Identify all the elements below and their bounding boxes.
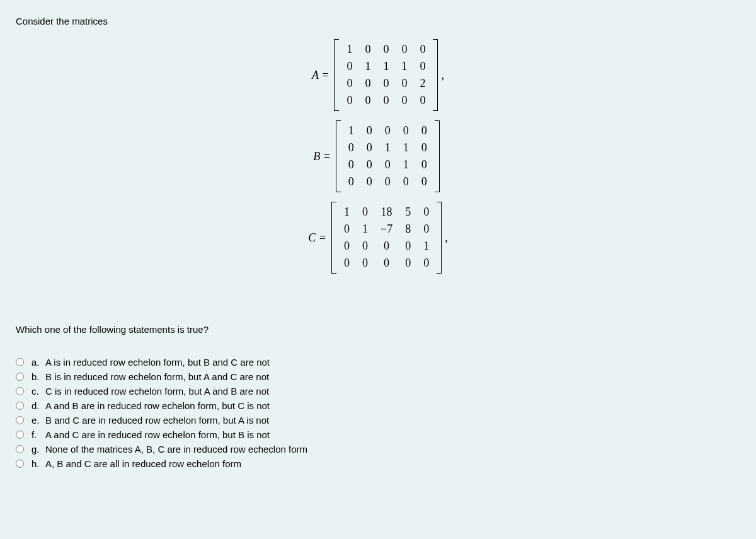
option-f-letter: f. (32, 429, 45, 440)
option-b-text: B is in reduced row echelon form, but A … (45, 371, 269, 382)
matrices-container: A = 10000011100000200000 , B = 100000011… (16, 39, 740, 274)
option-a-radio[interactable] (16, 358, 24, 366)
matrix-B-row: B = 10000001100001000000 (313, 120, 443, 192)
option-c-radio[interactable] (16, 387, 24, 395)
option-a-text: A is in reduced row echelon form, but B … (45, 357, 270, 368)
matrix-cell: 0 (415, 139, 433, 156)
matrix-C-table: 10185001−7800000100000 (338, 204, 435, 272)
matrix-cell: 1 (358, 58, 377, 75)
option-d: d. A and B are in reduced row echelon fo… (16, 400, 740, 411)
matrix-cell: 0 (358, 75, 377, 92)
option-e-letter: e. (32, 415, 45, 426)
matrix-cell: 0 (395, 92, 413, 109)
matrix-cell: 0 (358, 41, 377, 58)
matrix-cell: 0 (338, 238, 356, 255)
matrix-cell: 1 (377, 58, 395, 75)
matrix-cell: 0 (377, 75, 395, 92)
matrix-A-label: A = (312, 69, 329, 82)
matrix-cell: 0 (340, 58, 358, 75)
option-g-text: None of the matrices A, B, C are in redu… (45, 444, 307, 455)
matrix-cell: 0 (415, 156, 433, 173)
matrix-cell: 0 (338, 221, 356, 238)
option-c-text: C is in reduced row echelon form, but A … (45, 386, 269, 397)
matrix-cell: 1 (342, 122, 360, 139)
matrix-cell: 0 (342, 173, 360, 190)
matrix-C-trailing: , (445, 231, 448, 245)
matrix-cell: 0 (340, 75, 358, 92)
matrix-B-table: 10000001100001000000 (342, 122, 433, 190)
option-d-radio[interactable] (16, 402, 24, 410)
option-a: a. A is in reduced row echelon form, but… (16, 357, 740, 368)
option-h-letter: h. (32, 458, 45, 469)
option-h-radio[interactable] (16, 460, 24, 468)
matrix-cell: 0 (360, 173, 379, 190)
matrix-C-label: C = (308, 231, 326, 245)
matrix-cell: 0 (379, 173, 397, 190)
matrix-cell: 0 (399, 238, 417, 255)
matrix-cell: 0 (415, 122, 433, 139)
option-h: h. A, B and C are all in reduced row ech… (16, 458, 740, 469)
matrix-cell: 0 (415, 173, 433, 190)
matrix-cell: 0 (413, 41, 432, 58)
matrix-cell: 0 (417, 204, 435, 221)
matrix-cell: 0 (356, 204, 374, 221)
matrix-cell: 0 (413, 58, 432, 75)
option-e-text: B and C are in reduced row echelon form,… (45, 415, 269, 426)
matrix-A-row: A = 10000011100000200000 , (312, 39, 444, 111)
intro-text: Consider the matrices (16, 16, 740, 26)
matrix-cell: 0 (379, 122, 397, 139)
option-b-radio[interactable] (16, 373, 24, 381)
option-g: g. None of the matrices A, B, C are in r… (16, 444, 740, 455)
matrix-cell: 0 (413, 92, 432, 109)
matrix-cell: 0 (360, 156, 379, 173)
option-f: f. A and C are in reduced row echelon fo… (16, 429, 740, 440)
matrix-cell: 0 (399, 255, 417, 272)
matrix-cell: −7 (374, 221, 399, 238)
options-list: a. A is in reduced row echelon form, but… (16, 357, 740, 469)
matrix-cell: 0 (340, 92, 358, 109)
matrix-B: 10000001100001000000 (336, 120, 440, 192)
matrix-cell: 8 (399, 221, 417, 238)
matrix-A-trailing: , (441, 69, 444, 82)
option-g-radio[interactable] (16, 445, 24, 453)
option-d-text: A and B are in reduced row echelon form,… (45, 400, 270, 411)
matrix-cell: 1 (417, 238, 435, 255)
matrix-cell: 0 (374, 238, 399, 255)
matrix-cell: 0 (377, 92, 395, 109)
matrix-cell: 2 (413, 75, 432, 92)
matrix-cell: 1 (379, 139, 397, 156)
matrix-cell: 1 (397, 156, 415, 173)
option-f-radio[interactable] (16, 431, 24, 439)
matrix-cell: 18 (374, 204, 399, 221)
matrix-A-table: 10000011100000200000 (340, 41, 432, 109)
matrix-cell: 0 (342, 139, 360, 156)
matrix-cell: 0 (377, 41, 395, 58)
matrix-cell: 0 (360, 139, 379, 156)
matrix-C-row: C = 10185001−7800000100000 , (308, 202, 447, 274)
option-b: b. B is in reduced row echelon form, but… (16, 371, 740, 382)
option-h-text: A, B and C are all in reduced row echelo… (45, 458, 241, 469)
option-e: e. B and C are in reduced row echelon fo… (16, 415, 740, 426)
matrix-cell: 0 (356, 238, 374, 255)
matrix-C: 10185001−7800000100000 (331, 202, 442, 274)
matrix-cell: 0 (342, 156, 360, 173)
option-d-letter: d. (32, 400, 45, 411)
matrix-cell: 0 (358, 92, 377, 109)
matrix-cell: 1 (397, 139, 415, 156)
matrix-cell: 1 (356, 221, 374, 238)
matrix-cell: 1 (340, 41, 358, 58)
option-c: c. C is in reduced row echelon form, but… (16, 386, 740, 397)
matrix-cell: 0 (356, 255, 374, 272)
matrix-cell: 1 (338, 204, 356, 221)
question-text: Which one of the following statements is… (16, 324, 740, 335)
option-a-letter: a. (32, 357, 45, 368)
option-c-letter: c. (32, 386, 45, 397)
matrix-cell: 0 (397, 173, 415, 190)
matrix-cell: 0 (395, 41, 413, 58)
matrix-A: 10000011100000200000 (334, 39, 438, 111)
matrix-cell: 0 (379, 156, 397, 173)
option-e-radio[interactable] (16, 416, 24, 424)
matrix-cell: 0 (417, 255, 435, 272)
matrix-cell: 0 (338, 255, 356, 272)
matrix-cell: 0 (397, 122, 415, 139)
